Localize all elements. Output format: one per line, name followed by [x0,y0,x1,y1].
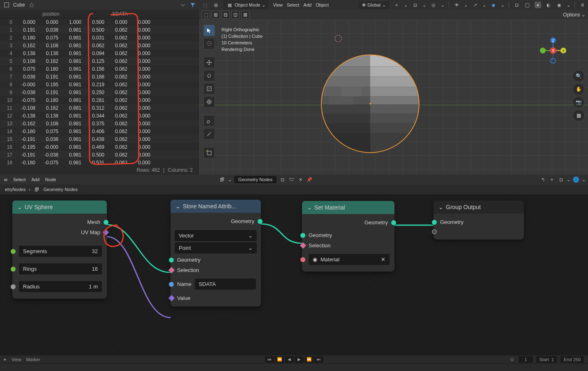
parent-icon[interactable]: ↰ [540,176,546,183]
menu-add[interactable]: Add [304,2,312,7]
tool-measure[interactable] [203,128,215,140]
socket-geo[interactable]: Geometry [440,219,463,225]
tool-move[interactable] [203,57,215,68]
table-row[interactable]: 10.1910.0380.9810.5000.0620.000 [0,26,199,34]
breadcrumb-tree[interactable]: Geometry Nodes [44,187,78,192]
table-row[interactable]: 14-0.1800.0750.9810.4060.0620.000 [0,127,199,135]
zoom-icon[interactable]: 🔍 [573,71,584,81]
col-sdata[interactable]: SDATA [85,10,154,18]
frame-current[interactable]: 1 [519,356,533,363]
socket-geo-out[interactable]: Geometry [231,218,254,224]
browse-icon[interactable]: 🗐 [219,176,226,183]
menu-node[interactable]: Node [45,177,56,182]
menu-view[interactable]: View [12,357,21,362]
tool-scale[interactable] [203,83,215,94]
tool-rotate[interactable] [203,70,215,81]
tool-annotate[interactable] [203,115,215,127]
proportional-icon[interactable]: ◎ [430,2,437,8]
pin-icon[interactable]: 📌 [306,176,313,183]
node-set-material[interactable]: ⌄Set Material Geometry Geometry Selectio… [302,201,394,272]
menu-w[interactable]: w [4,177,7,182]
table-row[interactable]: 15-0.1910.0380.9810.4380.0620.000 [0,135,199,143]
col-position[interactable]: position [16,10,85,18]
menu-marker[interactable]: Marker [26,357,40,362]
type-dropdown[interactable]: Vector⌄ [175,230,257,241]
socket-mesh[interactable]: Mesh [87,219,100,225]
tool-transform[interactable] [203,96,215,108]
table-row[interactable]: 30.1620.1080.9810.0620.0620.000 [0,41,199,49]
options-dropdown[interactable]: Options ⌄ [563,12,586,18]
pan-icon[interactable]: ✋ [573,84,584,94]
filter-icon[interactable] [189,2,196,8]
snap-icon[interactable]: ⌖ [549,176,555,183]
mode-dropdown[interactable]: ▦ Object Mode ⌄ [223,0,269,9]
menu-view[interactable]: View [273,2,283,7]
sel-invert-icon[interactable]: ⊠ [241,11,249,19]
sel-extend-icon[interactable]: ⊞ [212,11,220,19]
node-store-attr[interactable]: ⌄Store Named Attrib... Geometry Vector⌄ … [171,200,261,306]
frame-start[interactable]: Start 1 [536,356,557,363]
menu-add[interactable]: Add [32,177,40,182]
sel-box-icon[interactable]: ⬚ [202,11,210,19]
tool-addcube[interactable] [203,147,215,159]
tool-cursor[interactable] [203,38,215,49]
play-rev-icon[interactable]: ◀ [285,356,294,363]
node-group-output[interactable]: ⌄Group Output Geometry [434,200,524,240]
pin-icon[interactable] [28,2,35,8]
domain-dropdown[interactable]: Point⌄ [175,242,257,253]
frame-end[interactable]: End 250 [560,356,584,363]
socket-geo-out[interactable]: Geometry [364,219,388,226]
table-row[interactable]: 50.1080.1620.9810.1250.0620.000 [0,57,199,65]
table-row[interactable]: 10-0.0750.1800.9810.2810.0620.000 [0,96,199,104]
fake-user-icon[interactable]: 🛡 [288,176,295,183]
node-uvsphere[interactable]: ⌄UV Sphere Mesh UV Map Segments32 Rings1… [12,200,107,299]
table-row[interactable]: 17-0.191-0.0380.9810.5000.0620.000 [0,151,199,159]
snap-to-icon[interactable]: ⊡ [412,2,418,8]
xray-icon[interactable]: ⊡ [513,2,520,8]
shade-solid-icon[interactable]: ● [535,2,541,8]
editor-type-icon[interactable]: ⬚ [202,2,208,8]
persp-icon[interactable]: ▦ [573,110,584,121]
tool-select[interactable] [203,25,215,36]
snap-icon[interactable]: ⌖ [393,2,400,8]
shade-matprev-icon[interactable]: ◐ [545,2,552,8]
interaction-icon[interactable]: ⊞ [212,2,219,8]
table-row[interactable]: 20.1800.0750.9810.0310.0620.000 [0,34,199,41]
sel-sub-icon[interactable]: ⊟ [221,11,230,19]
menu-object[interactable]: Object [316,2,329,7]
socket-geo-in[interactable]: Geometry [177,257,201,263]
camera-view-icon[interactable]: 📷 [573,97,584,108]
shade-wire-icon[interactable]: ◯ [524,2,530,8]
table-row[interactable]: 8-0.0000.1950.9810.2190.0620.000 [0,81,199,88]
table-row[interactable]: 16-0.195-0.0000.9810.4690.0620.000 [0,143,199,151]
table-row[interactable]: 11-0.1080.1620.9810.3120.0620.000 [0,104,199,112]
snap-type-icon[interactable]: ⊡ [558,176,564,183]
users-icon[interactable]: ⊡ [279,176,286,183]
table-row[interactable]: 70.0380.1910.9810.1880.0620.000 [0,73,199,81]
socket-uvmap[interactable]: UV Map [81,229,100,235]
toggle-icon[interactable] [180,2,186,8]
orientation-dropdown[interactable]: ✥ Global ⌄ [359,1,389,9]
pause-icon[interactable]: ⏸ [579,2,586,8]
socket-value[interactable]: Value [177,295,190,301]
menu-select[interactable]: Select [287,2,300,7]
overlays-icon[interactable]: ◉ [490,2,497,8]
overlay-world-icon[interactable]: 🌐 [573,176,579,183]
nav-gizmo[interactable]: X Y Z [539,36,567,65]
keyframe-prev-icon[interactable]: ⏪ [275,356,284,363]
table-row[interactable]: 60.0750.1800.9810.1560.0620.000 [0,65,199,73]
nodetree-name[interactable]: Geometry Nodes [234,176,277,183]
table-row[interactable]: 9-0.0380.1910.9810.2500.0620.000 [0,88,199,96]
jump-start-icon[interactable]: ⏮ [265,356,274,363]
sel-intersect-icon[interactable]: ⊡ [231,11,240,19]
socket-selection[interactable]: Selection [177,267,199,273]
gizmo-icon[interactable]: ↗ [472,2,478,8]
breadcrumb-modifier[interactable]: etryNodes [5,187,25,192]
jump-end-icon[interactable]: ⏭ [314,356,323,363]
menu-select[interactable]: Select [13,177,26,182]
table-row[interactable]: 40.1380.1380.9810.0940.0620.000 [0,49,199,57]
keyframe-next-icon[interactable]: ⏩ [304,356,314,363]
table-row[interactable]: 13-0.1620.1080.9810.3750.0620.000 [0,120,199,127]
visibility-icon[interactable]: 👁 [453,2,460,8]
material-picker[interactable]: ◉Material✕ [309,254,390,265]
